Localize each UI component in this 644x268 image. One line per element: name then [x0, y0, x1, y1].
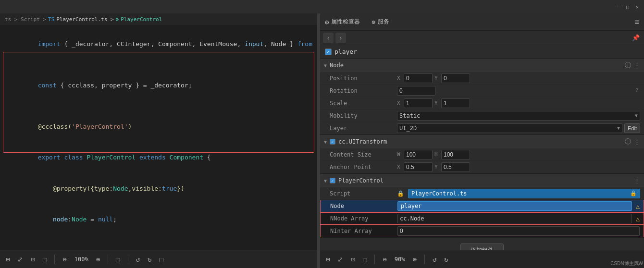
node-prop-values: player △: [397, 201, 640, 211]
ninter-label: NInter Array: [330, 228, 397, 234]
inspector-title: 属性检查器: [331, 18, 360, 26]
script-value: PlayerControl.ts: [411, 190, 467, 197]
inspector-menu-btn[interactable]: ≡: [634, 17, 639, 26]
close-btn[interactable]: ✕: [634, 4, 640, 10]
prop-row-layer: Layer UI_2D ▼ Edit: [320, 122, 644, 134]
node-section-header[interactable]: ▼ Node ⓘ ⋮: [320, 59, 644, 72]
node-value: player: [401, 203, 421, 209]
player-header: ✓ player: [325, 48, 639, 55]
position-x-input[interactable]: [404, 73, 433, 83]
cs-w-input[interactable]: [404, 150, 433, 159]
toolbar-icon-2[interactable]: ⤢: [17, 256, 23, 263]
right-panel: ⚙ 属性检查器 ⚙ 服务 ≡ ‹ › 📌 ✓ player: [320, 13, 644, 268]
node-section-actions: ⓘ ⋮: [625, 61, 640, 70]
r-toolbar-icon-1[interactable]: ⊞: [326, 256, 330, 263]
ninter-input[interactable]: [397, 226, 640, 236]
prop-row-nnode: NNode Array cc.Node △: [320, 212, 644, 225]
fold-icon-uit: ▼: [324, 139, 327, 145]
playerctrl-checkbox[interactable]: ✓: [330, 178, 335, 183]
playerctrl-title: PlayerControl: [338, 177, 631, 184]
prop-row-scale: Scale X Y: [320, 97, 644, 110]
mobility-dropdown[interactable]: Static ▼: [397, 111, 640, 121]
r-undo-btn[interactable]: ↺: [433, 256, 436, 263]
mobility-value: Static: [399, 112, 420, 119]
toolbar-icon-6[interactable]: ⬚: [159, 256, 163, 263]
maximize-btn[interactable]: □: [625, 4, 631, 10]
nav-forward-btn[interactable]: ›: [335, 33, 346, 43]
nnode-warning-icon: △: [636, 215, 640, 222]
node-info-btn[interactable]: ⓘ: [625, 61, 631, 70]
uitransform-actions: ⓘ ⋮: [625, 137, 640, 146]
r-toolbar-icon-4[interactable]: ⬚: [363, 256, 367, 263]
inspector-tab-icon: ⚙: [325, 18, 329, 26]
script-label: Script: [330, 190, 397, 197]
script-value-box[interactable]: PlayerControl.ts 🔒: [408, 189, 640, 198]
prop-row-node: Node player △: [320, 200, 644, 212]
r-toolbar-icon-2[interactable]: ⤢: [337, 256, 343, 263]
ap-y-input[interactable]: [441, 162, 470, 172]
r-toolbar-sep-1: [374, 255, 375, 264]
zoom-out-btn[interactable]: ⊖: [62, 256, 66, 263]
pc-more-btn[interactable]: ⋮: [634, 177, 640, 184]
rotation-label: Rotation: [330, 87, 397, 94]
watermark: CSDN博主风W: [610, 260, 643, 267]
pin-btn[interactable]: 📌: [631, 33, 641, 43]
cs-h-input[interactable]: [441, 150, 470, 159]
uitransform-header[interactable]: ▼ ✓ cc.UITransform ⓘ ⋮: [320, 135, 644, 148]
ap-x-axis: X: [397, 164, 402, 170]
r-toolbar-icon-3[interactable]: ⊡: [351, 256, 355, 263]
toolbar-icon-3[interactable]: ⊡: [31, 256, 35, 263]
layer-dropdown[interactable]: UI_2D ▼: [397, 123, 622, 133]
prop-row-anchorpoint: Anchor Point X Y: [320, 161, 644, 173]
minimize-btn[interactable]: ─: [615, 4, 621, 10]
r-redo-btn[interactable]: ↻: [444, 256, 448, 263]
node-section-title: Node: [330, 62, 622, 69]
playerctrl-section: ▼ ✓ PlayerControl ⋮ Script 🔒 PlayerContr…: [320, 174, 644, 238]
r-zoom-in-btn[interactable]: ⊕: [412, 256, 416, 263]
service-tab[interactable]: ⚙ 服务: [372, 18, 389, 26]
redo-btn[interactable]: ↻: [148, 256, 151, 263]
node-more-btn[interactable]: ⋮: [634, 62, 640, 69]
rotation-z-axis: Z: [635, 87, 640, 94]
player-checkbox[interactable]: ✓: [325, 49, 332, 55]
scale-x-input[interactable]: [404, 98, 433, 108]
toolbar-icon-1[interactable]: ⊞: [6, 256, 10, 263]
code-line-4: [8, 101, 310, 111]
fold-icon-pc: ▼: [324, 178, 327, 183]
inspector-tab[interactable]: ⚙ 属性检查器: [325, 18, 360, 26]
undo-btn[interactable]: ↺: [136, 256, 140, 263]
zoom-level: 100%: [74, 256, 88, 263]
uit-info-btn[interactable]: ⓘ: [625, 137, 631, 146]
node-value-box[interactable]: player: [397, 201, 632, 211]
title-bar: ─ □ ✕: [0, 0, 644, 13]
prop-row-ninter: NInter Array: [320, 225, 644, 237]
add-component-btn[interactable]: 添加组件: [460, 244, 504, 250]
r-zoom-level: 90%: [395, 256, 405, 263]
anchorpoint-values: X Y: [397, 162, 640, 172]
mobility-label: Mobility: [330, 112, 397, 119]
nnode-value-box[interactable]: cc.Node: [397, 214, 632, 223]
anchorpoint-label: Anchor Point: [330, 164, 397, 171]
code-line-5: @ccclass('PlayerControl'): [8, 111, 310, 142]
uitransform-checkbox[interactable]: ✓: [330, 139, 335, 145]
uit-more-btn[interactable]: ⋮: [634, 138, 640, 146]
r-zoom-out-btn[interactable]: ⊖: [383, 256, 386, 263]
layer-edit-btn[interactable]: Edit: [624, 123, 640, 133]
position-y-input[interactable]: [441, 73, 470, 83]
code-area[interactable]: import { _decorator, CCInteger, Componen…: [0, 25, 317, 250]
scale-y-input[interactable]: [441, 98, 470, 108]
scale-x-axis: X: [397, 100, 402, 106]
nav-back-btn[interactable]: ‹: [323, 33, 334, 43]
toolbar-icon-5[interactable]: ⬚: [116, 256, 120, 263]
r-toolbar-sep-2: [424, 255, 425, 264]
rotation-input[interactable]: [397, 86, 435, 96]
layer-value: UI_2D: [399, 125, 417, 132]
playerctrl-header[interactable]: ▼ ✓ PlayerControl ⋮: [320, 174, 644, 187]
player-label: player: [334, 48, 357, 55]
zoom-in-btn[interactable]: ⊕: [96, 256, 100, 263]
toolbar-icon-4[interactable]: ⬚: [43, 256, 47, 263]
window-controls[interactable]: ─ □ ✕: [615, 4, 640, 10]
code-line-8: node:Node = null;: [8, 204, 310, 234]
cs-w-axis: W: [397, 151, 402, 158]
ap-x-input[interactable]: [404, 162, 433, 172]
